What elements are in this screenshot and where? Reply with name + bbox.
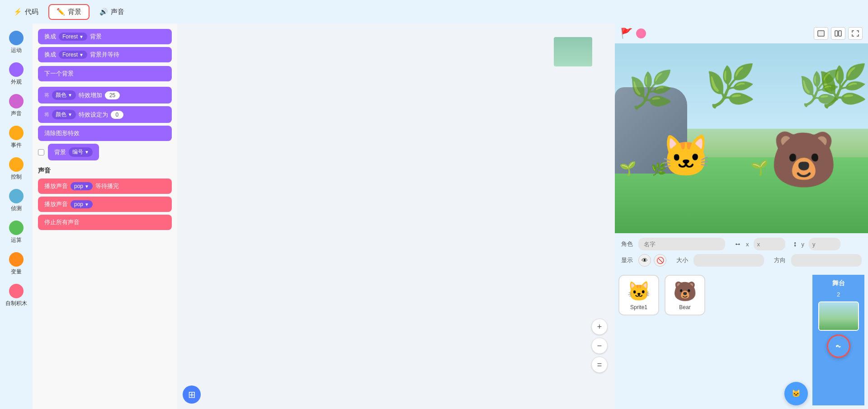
- sprite-bear: 🐻: [770, 128, 838, 192]
- sound-dropdown2[interactable]: pop ▼: [71, 200, 93, 208]
- color-dropdown2[interactable]: 颜色 ▼: [52, 110, 76, 119]
- dropdown-arrow2: ▼: [79, 52, 84, 57]
- code-area: + − = ⊞: [177, 24, 615, 409]
- sound-dropdown[interactable]: pop ▼: [71, 182, 93, 190]
- effect-increase-value[interactable]: 25: [105, 91, 120, 99]
- size-label: 大小: [676, 256, 689, 264]
- backdrop-preview: [554, 37, 592, 66]
- show-btn[interactable]: 👁: [638, 254, 651, 267]
- cat-custom[interactable]: 自制积木: [2, 280, 31, 311]
- tab-sound[interactable]: 🔊 声音: [91, 4, 132, 20]
- sprite-list: 🐱 Sprite1 🐻 Bear: [618, 275, 784, 405]
- brush-icon: ✏️: [57, 8, 65, 16]
- block-clear-effects[interactable]: 清除图形特效: [38, 126, 172, 141]
- dir-input[interactable]: [791, 254, 862, 267]
- block-next-backdrop[interactable]: 下一个背景: [38, 66, 172, 81]
- sprite-item-bear[interactable]: 🐻 Bear: [665, 275, 705, 315]
- sprite-info-row: 角色 ↔ x ↕ y: [621, 238, 862, 250]
- backdrop-dropdown2[interactable]: Forest ▼: [59, 51, 87, 59]
- add-sprite-btn[interactable]: 🐱: [784, 382, 808, 405]
- add-stage-icon: [833, 341, 844, 352]
- stage-panel-number: 2: [837, 291, 840, 298]
- cat-events[interactable]: 事件: [2, 122, 31, 153]
- block-effect-set[interactable]: 将 颜色 ▼ 特效设定为 0: [38, 106, 172, 123]
- y-label: y: [802, 241, 805, 248]
- custom-blocks-icon: ⊞: [188, 389, 196, 400]
- play-sound-label: 播放声音: [44, 182, 68, 190]
- backdrop-number-checkbox[interactable]: [38, 149, 44, 155]
- block-play-sound[interactable]: 播放声音 pop ▼: [38, 197, 172, 212]
- block-backdrop-number-row: 背景 编号 ▼: [38, 144, 172, 160]
- code-canvas: [177, 24, 615, 409]
- block-stop-sounds[interactable]: 停止所有声音: [38, 215, 172, 230]
- arrow-y-icon: ↕: [793, 240, 797, 248]
- operators-circle: [9, 221, 24, 235]
- zoom-in-btn[interactable]: +: [591, 319, 608, 335]
- stop-btn[interactable]: [636, 28, 646, 38]
- forest-label: Forest: [62, 33, 78, 40]
- y-input[interactable]: [809, 238, 840, 250]
- motion-circle: [9, 31, 24, 45]
- block-backdrop-switch[interactable]: 换成 Forest ▼ 背景: [38, 29, 172, 44]
- backdrop-dropdown[interactable]: Forest ▼: [59, 33, 87, 41]
- small-stage-btn[interactable]: [814, 27, 828, 40]
- effect-set-label: 特效设定为: [79, 111, 108, 119]
- variables-circle: [9, 252, 24, 267]
- stage-info: 角色 ↔ x ↕ y 显示 👁 🚫 大小: [615, 233, 868, 271]
- sprite-cat: 🐱: [660, 132, 711, 180]
- cat-variables[interactable]: 变量: [2, 249, 31, 279]
- cat-sensing[interactable]: 侦测: [2, 185, 31, 216]
- events-label: 事件: [11, 141, 22, 149]
- stage-canvas: 🌿 🌿 🌿 🌿 🌱 🌿 🌱 🐱 🐻: [615, 43, 868, 233]
- vis-toggle: 👁 🚫: [638, 254, 666, 267]
- stop-sounds-label: 停止所有声音: [44, 218, 80, 226]
- cat-looks[interactable]: 外观: [2, 59, 31, 89]
- x-label: x: [746, 241, 749, 248]
- sprite-item-sprite1[interactable]: 🐱 Sprite1: [618, 275, 659, 315]
- svg-text:🐱: 🐱: [792, 389, 801, 398]
- number-type-label: 编号: [72, 148, 83, 156]
- split-stage-btn[interactable]: [831, 27, 845, 40]
- color-label: 颜色: [56, 91, 66, 99]
- tab-code[interactable]: ⚡ 代码: [5, 4, 47, 20]
- sound-label: 声音: [11, 110, 22, 118]
- size-input[interactable]: [693, 254, 764, 267]
- custom-blocks-btn[interactable]: ⊞: [183, 385, 201, 404]
- blocks-panel: 换成 Forest ▼ 背景 换成 Forest ▼ 背景并等待 下一个背景 将…: [33, 24, 177, 409]
- cat-sound[interactable]: 声音: [2, 90, 31, 121]
- sprite-name-input[interactable]: [638, 238, 725, 250]
- block-play-sound-wait[interactable]: 播放声音 pop ▼ 等待播完: [38, 179, 172, 194]
- tab-backdrop[interactable]: ✏️ 背景: [48, 4, 90, 20]
- bear-name: Bear: [679, 304, 690, 310]
- cat-operators[interactable]: 运算: [2, 217, 31, 248]
- block-switch2-label: 换成: [44, 51, 56, 59]
- fullscreen-btn[interactable]: [848, 27, 863, 40]
- show-label: 显示: [621, 256, 634, 264]
- cat-motion[interactable]: 运动: [2, 27, 31, 58]
- zoom-out-btn[interactable]: −: [591, 338, 608, 354]
- green-flag-btn[interactable]: 🚩: [620, 28, 632, 39]
- speaker-icon: 🔊: [99, 8, 108, 16]
- cat-control[interactable]: 控制: [2, 154, 31, 184]
- fullscreen-icon: [852, 30, 859, 37]
- effect-set-value[interactable]: 0: [111, 111, 123, 119]
- block-effect-increase[interactable]: 将 颜色 ▼ 特效增加 25: [38, 87, 172, 103]
- add-stage-btn[interactable]: [827, 334, 850, 358]
- split-stage-icon: [835, 30, 842, 37]
- custom-circle: [9, 284, 24, 298]
- wait-label: 等待播完: [95, 182, 119, 190]
- sensing-circle: [9, 189, 24, 203]
- category-bar: 运动 外观 声音 事件 控制 侦测 运算 变量: [0, 24, 33, 409]
- zoom-reset-btn[interactable]: =: [591, 357, 608, 373]
- color-dropdown[interactable]: 颜色 ▼: [52, 90, 76, 100]
- x-input[interactable]: [754, 238, 785, 250]
- number-dropdown[interactable]: 编号 ▼: [69, 147, 93, 157]
- grass1: 🌱: [619, 160, 636, 176]
- add-sprite-icon: 🐱: [791, 389, 801, 399]
- tree2: 🌿: [705, 62, 756, 110]
- tree4: 🌿: [798, 69, 841, 108]
- block-backdrop-switch-wait[interactable]: 换成 Forest ▼ 背景并等待: [38, 47, 172, 62]
- block-backdrop-number[interactable]: 背景 编号 ▼: [48, 144, 99, 160]
- hide-btn[interactable]: 🚫: [654, 254, 666, 267]
- tree1: 🌿: [628, 69, 674, 111]
